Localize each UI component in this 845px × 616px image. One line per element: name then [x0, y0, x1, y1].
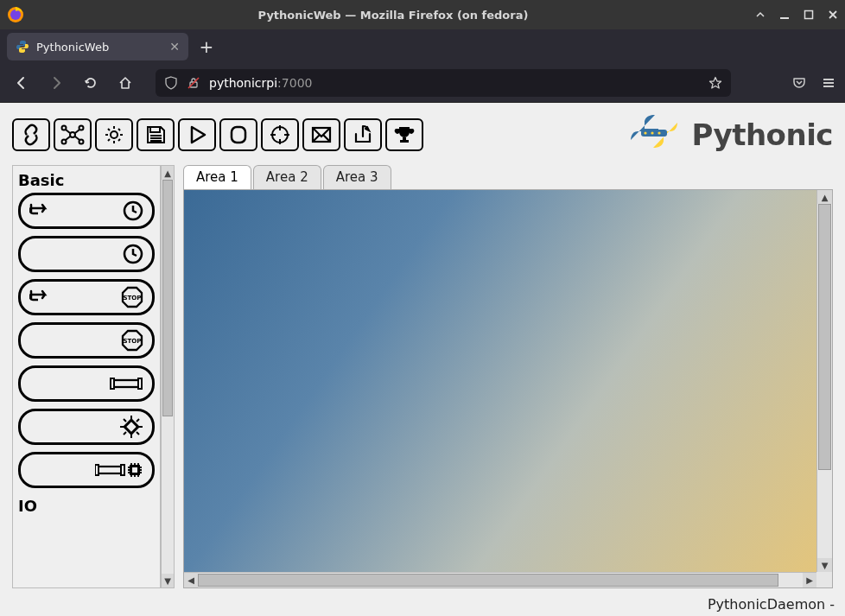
nav-back-button[interactable] — [9, 70, 35, 96]
save-icon — [143, 124, 168, 146]
toolbar-target-button[interactable] — [261, 118, 299, 151]
element-palette: Basic STOP STOP — [12, 165, 161, 588]
svg-rect-31 — [121, 465, 124, 475]
export-icon — [350, 124, 376, 146]
clock-icon — [123, 244, 143, 264]
mail-icon — [308, 124, 334, 146]
svg-point-16 — [651, 131, 654, 134]
svg-rect-24 — [112, 380, 140, 387]
svg-point-15 — [645, 131, 647, 134]
svg-rect-25 — [111, 378, 114, 389]
brand-name: Pythonic — [691, 117, 833, 152]
workspace-canvas[interactable] — [184, 190, 816, 572]
stop-element[interactable]: STOP — [18, 322, 155, 359]
browser-tab-title: PythonicWeb — [36, 41, 109, 54]
clock-icon — [123, 200, 143, 221]
window-titlebar: PythonicWeb — Mozilla Firefox (on fedora… — [0, 0, 845, 29]
scroll-down-icon[interactable]: ▼ — [162, 574, 174, 587]
svg-rect-33 — [132, 467, 137, 473]
scroll-up-icon[interactable]: ▲ — [817, 190, 832, 204]
tab-area-1[interactable]: Area 1 — [183, 165, 251, 189]
window-caret-icon[interactable] — [755, 10, 766, 20]
hamburger-menu-icon[interactable] — [821, 75, 836, 91]
toolbar-settings-button[interactable] — [95, 118, 133, 151]
process-element[interactable] — [18, 409, 155, 445]
scroll-right-icon[interactable]: ▶ — [803, 573, 816, 587]
pythonic-logo-icon — [629, 111, 684, 158]
svg-point-17 — [658, 131, 661, 134]
crosshair-icon — [267, 124, 293, 146]
network-icon — [60, 124, 86, 146]
scroll-left-icon[interactable]: ◀ — [184, 573, 198, 587]
firefox-app-icon — [7, 6, 24, 23]
manual-stop-element[interactable]: STOP — [18, 279, 155, 315]
url-bar[interactable]: pythonicrpi:7000 — [156, 69, 731, 97]
toolbar-play-button[interactable] — [178, 118, 216, 151]
pocket-icon[interactable] — [791, 75, 807, 91]
nav-home-button[interactable] — [112, 70, 138, 96]
trophy-icon — [391, 124, 417, 146]
tab-area-2[interactable]: Area 2 — [253, 165, 321, 189]
window-title: PythonicWeb — Mozilla Firefox (on fedora… — [31, 9, 755, 22]
tab-area-3[interactable]: Area 3 — [323, 165, 391, 189]
palette-category-io: IO — [18, 495, 155, 518]
browser-navbar: pythonicrpi:7000 — [0, 64, 845, 102]
window-close-icon[interactable] — [828, 10, 838, 20]
scroll-up-icon[interactable]: ▲ — [162, 166, 174, 180]
toolbar-link-button[interactable] — [12, 118, 50, 151]
bookmark-star-icon[interactable] — [708, 76, 722, 90]
shield-icon — [164, 76, 178, 90]
scheduler-element[interactable] — [18, 193, 155, 229]
hand-icon — [29, 288, 57, 307]
svg-point-5 — [70, 132, 75, 137]
toolbar-save-button[interactable] — [137, 118, 175, 151]
toolbar-network-button[interactable] — [54, 118, 92, 151]
page-content: Pythonic Basic STOP — [0, 102, 845, 616]
svg-rect-2 — [780, 17, 789, 19]
palette-scrollbar[interactable]: ▲ ▼ — [161, 165, 175, 588]
svg-point-10 — [111, 131, 118, 138]
app-toolbar — [12, 118, 423, 151]
status-bar: PythonicDaemon - — [0, 592, 845, 616]
svg-text:STOP: STOP — [124, 338, 142, 345]
svg-rect-30 — [95, 465, 98, 475]
workspace-vscrollbar[interactable]: ▲ ▼ — [816, 190, 832, 572]
close-tab-icon[interactable]: ✕ — [169, 40, 180, 54]
palette-category-basic: Basic — [18, 169, 155, 193]
chip-icon — [119, 415, 143, 439]
svg-point-6 — [62, 126, 67, 130]
toolbar-mail-button[interactable] — [302, 118, 340, 151]
svg-rect-11 — [232, 127, 245, 143]
pipe-process-element[interactable] — [18, 452, 155, 488]
svg-point-9 — [79, 140, 84, 144]
svg-rect-3 — [805, 11, 813, 19]
stop-shape-icon — [226, 124, 251, 146]
pipe-chip-icon — [95, 460, 143, 480]
gear-icon — [101, 124, 127, 146]
url-host: pythonicrpi — [209, 76, 277, 90]
window-minimize-icon[interactable] — [779, 10, 790, 20]
nav-forward-button[interactable] — [43, 70, 69, 96]
hand-icon — [29, 201, 57, 220]
svg-text:STOP: STOP — [124, 295, 142, 302]
python-favicon — [16, 40, 29, 54]
svg-point-8 — [62, 140, 67, 144]
nav-reload-button[interactable] — [78, 70, 104, 96]
toolbar-trophy-button[interactable] — [385, 118, 423, 151]
url-port: :7000 — [277, 76, 312, 90]
stop-sign-icon: STOP — [121, 286, 143, 308]
browser-tab-active[interactable]: PythonicWeb ✕ — [7, 33, 188, 60]
toolbar-stop-button[interactable] — [219, 118, 257, 151]
new-tab-button[interactable]: + — [194, 34, 219, 60]
toolbar-export-button[interactable] — [344, 118, 382, 151]
link-icon — [18, 124, 44, 146]
svg-point-7 — [79, 126, 84, 130]
lock-insecure-icon — [187, 76, 200, 90]
stop-sign-icon: STOP — [121, 329, 143, 352]
workspace-hscrollbar[interactable]: ◀ ▶ — [184, 572, 816, 587]
pipe-element[interactable] — [18, 365, 155, 402]
pipe-icon — [109, 375, 143, 392]
clock-element[interactable] — [18, 236, 155, 272]
window-maximize-icon[interactable] — [804, 10, 814, 20]
scroll-down-icon[interactable]: ▼ — [817, 558, 832, 572]
